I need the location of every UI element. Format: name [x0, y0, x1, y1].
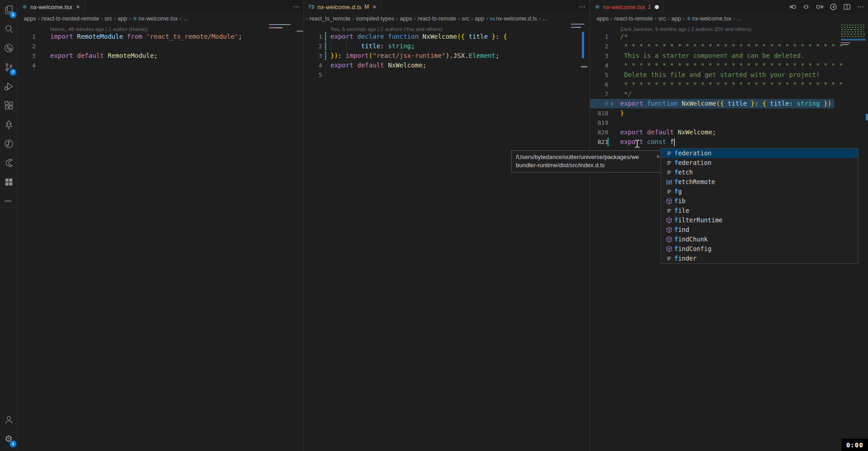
suggestion-item[interactable]: findConfig — [661, 244, 858, 254]
breadcrumb-item[interactable]: src — [105, 15, 113, 22]
suggestion-item[interactable]: fib — [661, 196, 858, 206]
breadcrumb-item[interactable]: ... — [737, 15, 741, 22]
grid-view-icon[interactable] — [0, 172, 17, 191]
breadcrumb-item[interactable]: src — [658, 15, 666, 22]
suggestion-item[interactable]: federation — [661, 149, 858, 158]
code-line[interactable]: 8❯export function NxWelcome({ title }: {… — [590, 99, 868, 108]
code-line[interactable]: 7 */ — [590, 89, 868, 99]
activity-bar: 17 ⚙1 — [0, 0, 17, 451]
breadcrumb-item[interactable]: react-ts-remote — [418, 15, 457, 22]
tree-view-icon[interactable] — [0, 115, 17, 134]
code-line[interactable]: 1import RemoteModule from 'react_ts_remo… — [17, 32, 303, 41]
extensions-icon[interactable] — [0, 96, 17, 115]
overview-ruler-mark — [297, 31, 303, 32]
breadcrumb-item[interactable]: app — [672, 15, 681, 22]
code-line[interactable]: 1/* — [590, 32, 868, 41]
git-blame-codelens[interactable]: You, 5 seconds ago | 2 authors (You and … — [304, 24, 590, 32]
code-line[interactable]: 4export default NxWelcome; — [304, 61, 590, 70]
chevron-right-icon: › — [683, 15, 684, 22]
chevron-right-icon: › — [539, 15, 541, 22]
accounts-icon[interactable] — [0, 410, 17, 429]
suggestion-item[interactable]: find — [661, 225, 858, 235]
breadcrumb-item[interactable]: ⚛nx-welcome.tsx — [133, 15, 178, 22]
settings-gear-icon[interactable]: ⚙1 — [0, 429, 17, 448]
code-line[interactable]: 819 — [590, 118, 868, 128]
file-history-icon[interactable] — [830, 3, 837, 10]
code-line[interactable]: 3export default RemoteModule; — [17, 51, 303, 61]
code-line[interactable]: 820export default NxWelcome; — [590, 128, 868, 137]
code-line[interactable]: 4 * * * * * * * * * * * * * * * * * * * … — [590, 61, 868, 70]
close-icon[interactable]: × — [75, 3, 81, 10]
suggestion-item[interactable]: [@]fetchRemote — [661, 177, 858, 187]
code-line[interactable]: 4 — [17, 61, 303, 70]
git-blame-codelens[interactable]: Zack Jackson, 9 months ago | 2 authors (… — [590, 24, 868, 32]
chevron-right-icon: › — [306, 15, 308, 22]
explorer-icon[interactable]: 1 — [0, 0, 17, 19]
symbol-method-icon — [664, 217, 673, 224]
close-icon[interactable]: × — [372, 3, 377, 10]
tab-nx-welcome-tsx[interactable]: ⚛ nx-welcome.tsx × — [17, 0, 86, 14]
code-line[interactable]: 821export const f — [590, 137, 868, 147]
breadcrumb-item[interactable]: react_ts_remote — [309, 15, 350, 22]
code-line[interactable]: 2 title: string; — [304, 41, 590, 51]
minimap[interactable] — [269, 24, 291, 25]
breadcrumb-item[interactable]: ... — [183, 15, 188, 22]
tab-nx-welcome-tsx-errors[interactable]: ⚛ nx-welcome.tsx 1 — [590, 0, 664, 14]
source-control-icon[interactable]: 7 — [0, 57, 17, 77]
git-blame-codelens[interactable]: Hanric, 48 minutes ago | 1 author (Hanri… — [17, 24, 303, 32]
tab-nx-welcome-dts[interactable]: TS nx-welcome.d.ts M × — [304, 0, 382, 14]
split-editor-icon[interactable] — [843, 3, 851, 10]
code-editor[interactable]: 1/*2 * * * * * * * * * * * * * * * * * *… — [590, 32, 868, 147]
breadcrumb-item[interactable]: compiled-types — [356, 15, 394, 22]
breadcrumb-item[interactable]: apps — [24, 15, 36, 22]
code-line[interactable]: 6 * * * * * * * * * * * * * * * * * * * … — [590, 80, 868, 89]
more-actions-icon[interactable]: ⋯ — [579, 3, 586, 11]
breadcrumb-item[interactable]: TSnx-welcome.d.ts — [490, 15, 537, 22]
code-line[interactable]: 5 Delete this file and get started with … — [590, 70, 868, 80]
breadcrumb-item[interactable]: app — [118, 15, 127, 22]
code-editor[interactable]: 1export declare function NxWelcome({ tit… — [304, 32, 590, 80]
code-line[interactable]: 5 — [304, 70, 590, 80]
minimap[interactable] — [571, 27, 581, 28]
dirty-indicator-icon[interactable] — [655, 5, 659, 9]
custom-extension-icon[interactable] — [0, 153, 17, 172]
gitlens-inspect-icon[interactable] — [0, 38, 17, 57]
code-line[interactable]: 3 This is a starter component and can be… — [590, 51, 868, 61]
suggestion-item[interactable]: finder — [661, 254, 858, 263]
suggestion-item[interactable]: findChunk — [661, 235, 858, 244]
breadcrumb-item[interactable]: app — [475, 15, 484, 22]
breadcrumb-item[interactable]: react-ts-nested-remote — [41, 15, 99, 22]
close-icon[interactable]: × — [656, 153, 660, 161]
squiggle-extension-icon[interactable] — [0, 191, 17, 210]
suggestion-item[interactable]: file — [661, 206, 858, 215]
more-actions-icon[interactable]: ⋯ — [293, 3, 300, 11]
breadcrumb-item[interactable]: ⚛nx-welcome.tsx — [686, 15, 731, 22]
code-line[interactable]: 1export declare function NxWelcome({ tit… — [304, 32, 590, 41]
open-changes-icon[interactable] — [802, 3, 810, 10]
suggestion-item[interactable]: fg — [661, 187, 858, 196]
breadcrumb-item[interactable]: ... — [543, 15, 547, 22]
search-icon[interactable] — [0, 19, 17, 38]
minimap[interactable] — [571, 24, 585, 25]
previous-change-icon[interactable] — [789, 3, 796, 10]
run-debug-icon[interactable] — [0, 77, 17, 96]
breadcrumb-item[interactable]: react-ts-remote — [614, 15, 653, 22]
code-line[interactable]: 2 — [17, 41, 303, 51]
definition-path-tooltip: × /Users/bytedance/outter/universe/packa… — [511, 150, 663, 173]
code-editor[interactable]: 1import RemoteModule from 'react_ts_remo… — [17, 32, 303, 70]
minimap[interactable] — [269, 27, 282, 28]
suggestion-item[interactable]: filterRuntime — [661, 215, 858, 225]
code-line[interactable]: 818} — [590, 108, 868, 118]
breadcrumb-item[interactable]: src — [462, 15, 469, 22]
suggestion-item[interactable]: federation — [661, 158, 858, 168]
next-change-icon[interactable] — [816, 3, 823, 10]
breadcrumb-item[interactable]: apps — [400, 15, 412, 22]
gitlens-icon[interactable] — [0, 134, 17, 153]
code-line[interactable]: 2 * * * * * * * * * * * * * * * * * * * … — [590, 41, 868, 51]
scrollbar-decoration[interactable] — [866, 114, 868, 120]
code-line[interactable]: 3}): import("react/jsx-runtime").JSX.Ele… — [304, 51, 590, 61]
recording-timer-badge: 0:00 — [842, 439, 868, 451]
more-actions-icon[interactable]: ⋯ — [857, 3, 864, 11]
suggestion-item[interactable]: fetch — [661, 168, 858, 177]
breadcrumb-item[interactable]: apps — [596, 15, 609, 22]
